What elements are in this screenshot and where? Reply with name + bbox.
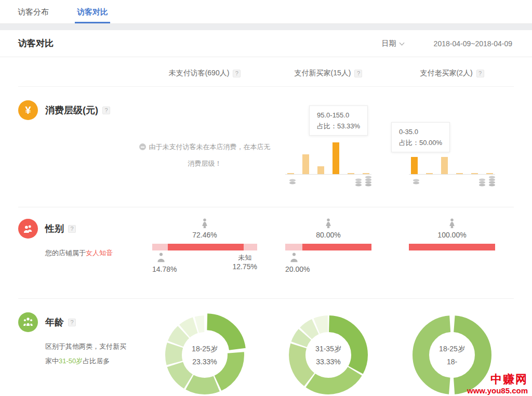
note-line-2: 消费层级！ [137,155,272,172]
gender-bar-segment [244,244,257,250]
gender-stacked-bar[interactable] [285,244,371,250]
age-section-title: 年龄 [45,316,64,328]
gender-chart-paid-new: 80.00% 20.00% [267,207,390,298]
female-icon [323,218,334,229]
bar-segment[interactable] [317,166,324,174]
male-icon [155,252,167,263]
coins-high-icon [478,175,496,187]
age-subtitle-line2: 家中31-50岁占比居多 [45,354,142,368]
gender-subtitle-highlight: 女人知音 [86,249,113,257]
donut-chart-svg [163,313,246,396]
help-icon[interactable]: ? [102,107,110,114]
column-header-paid-new: 支付新买家(15人) ? [267,69,390,78]
column-header-paid-old: 支付老买家(2人) ? [390,69,514,78]
section-consumption-level: ¥ 消费层级(元) ? 由于未支付访客未在本店消费，在本店无 消费层级！ 95.… [18,87,514,207]
gender-chart-paid-old: 100.00% [390,207,514,298]
no-data-icon [139,143,146,150]
female-percent: 100.00% [437,231,466,239]
age-subtitle-line1: 区别于其他两类，支付新买 [45,339,142,354]
help-icon[interactable]: ? [233,70,241,77]
bar-segment[interactable] [441,157,448,174]
column-header-row: 未支付访客(690人) ? 支付新买家(15人) ? 支付老买家(2人) ? [18,57,514,87]
bar-segment[interactable] [411,157,418,174]
column-header-unpaid: 未支付访客(690人) ? [143,69,267,78]
bar-segment[interactable] [287,173,294,174]
gender-bar-segment [285,244,302,250]
consumption-tooltip-paid-new: 95.0-155.0 占比：53.33% [309,105,368,136]
bar-segment[interactable] [363,173,369,174]
bar-segment[interactable] [486,173,493,174]
column-header-paid-old-label: 支付老买家(2人) [420,69,472,78]
gender-section-title: 性别 [45,222,64,235]
donut-chart-svg [287,313,370,396]
age-section-subtitle: 区别于其他两类，支付新买 家中31-50岁占比居多 [45,339,142,368]
male-percent: 20.00% [285,265,310,273]
gender-stacked-bar[interactable] [152,244,257,250]
bar-segment[interactable] [332,142,339,174]
male-icon [288,252,300,263]
age-donut-unpaid[interactable]: 18-25岁 23.33% [163,313,246,396]
unknown-percent: 12.75% [233,262,257,271]
gender-section-subtitle: 您的店铺属于女人知音 [45,246,142,260]
gender-subtitle-text: 您的店铺属于 [45,249,86,257]
yuan-icon: ¥ [18,100,38,120]
consumption-chart-paid-new: 95.0-155.0 占比：53.33% [267,87,390,207]
chevron-down-icon [399,40,404,45]
age-subtitle-post: 占比居多 [83,357,110,365]
tooltip-range: 0-35.0 [399,126,442,137]
tab-visitor-distribution[interactable]: 访客分布 [16,1,51,23]
section-gender: 性别 ? 您的店铺属于女人知音 72.46% 14.78% 未知 12.75% … [18,207,514,299]
age-group-icon [18,312,38,332]
date-dropdown-label: 日期 [382,39,396,48]
gender-bar-segment [152,244,168,250]
tooltip-range: 95.0-155.0 [317,110,360,121]
bar-segment[interactable] [348,173,354,174]
age-donut-paid-new[interactable]: 31-35岁 33.33% [287,313,370,396]
age-subtitle-highlight: 31-50岁 [59,357,83,365]
section-age: 年龄 ? 区别于其他两类，支付新买 家中31-50岁占比居多 18-25岁 23… [18,299,514,395]
age-left-block: 年龄 ? 区别于其他两类，支付新买 家中31-50岁占比居多 [18,299,143,395]
gender-left-block: 性别 ? 您的店铺属于女人知音 [18,207,143,298]
female-percent: 80.00% [316,231,340,239]
coins-high-icon [354,175,373,187]
note-line-1: 由于未支付访客未在本店消费，在本店无 [149,143,271,151]
help-icon[interactable]: ? [476,70,484,77]
female-icon [199,218,210,229]
bar-segment[interactable] [302,154,309,174]
consumption-left-block: ¥ 消费层级(元) ? [18,87,143,207]
column-header-paid-new-label: 支付新买家(15人) [295,69,351,78]
help-icon[interactable]: ? [354,70,362,77]
bar-segment[interactable] [471,173,478,174]
gender-bar-segment [302,244,371,250]
tooltip-share: 占比：53.33% [317,121,360,131]
gender-bar-segment [168,244,244,250]
consumption-chart-paid-old: 0-35.0 占比：50.00% [390,87,514,207]
gender-stacked-bar[interactable] [409,244,495,250]
date-range-value[interactable]: 2018-04-09~2018-04-09 [434,39,512,48]
age-subtitle-pre: 家中 [45,357,59,365]
date-dropdown[interactable]: 日期 2018-04-09~2018-04-09 [382,39,512,48]
help-icon[interactable]: ? [68,225,76,233]
bar-segment[interactable] [426,173,433,174]
bar-segment[interactable] [456,173,463,174]
column-header-spacer [18,69,143,78]
coins-low-icon [288,178,297,185]
female-percent: 72.46% [192,231,217,239]
age-chart-paid-new: 31-35岁 33.33% [267,299,390,395]
watermark-url: www.you85.com [467,386,528,395]
divider-band [0,24,532,30]
tab-visitor-comparison[interactable]: 访客对比 [75,1,110,23]
female-icon [446,218,458,229]
gender-bar-segment [409,244,495,250]
page-title: 访客对比 [18,37,54,49]
page-header: 访客对比 日期 2018-04-09~2018-04-09 [0,30,532,57]
gender-chart-unpaid: 72.46% 14.78% 未知 12.75% [143,207,267,298]
tooltip-share: 占比：50.00% [399,137,442,148]
gender-icon [18,219,38,239]
male-percent: 14.78% [152,265,177,273]
unknown-label: 未知 [238,253,251,262]
consumption-section-title: 消费层级(元) [45,104,98,116]
top-tab-bar: 访客分布 访客对比 [0,0,532,24]
column-header-unpaid-label: 未支付访客(690人) [169,69,230,78]
help-icon[interactable]: ? [68,319,76,326]
